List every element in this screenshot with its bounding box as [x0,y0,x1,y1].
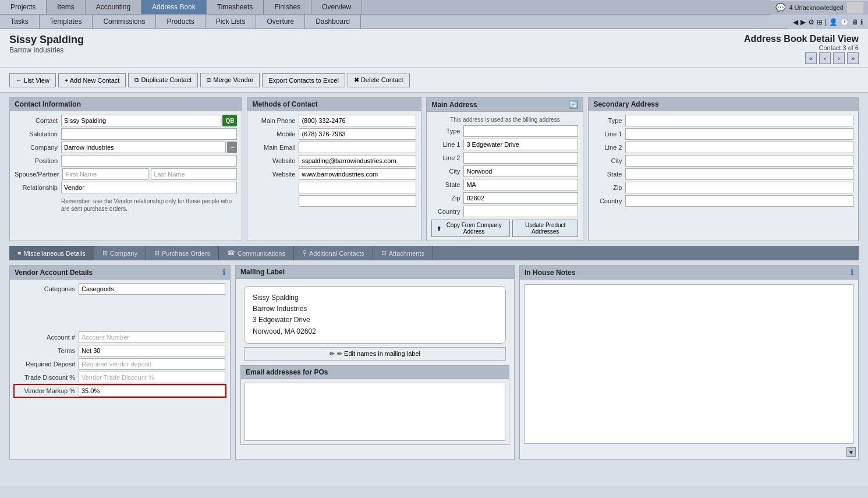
email-po-panel: Email addresses for POs [240,365,509,445]
display-icon[interactable]: 🖥 [851,18,858,26]
sec-zip-input[interactable] [625,182,853,193]
nav-commissions[interactable]: Commissions [93,15,156,29]
vendor-info-icon[interactable]: ℹ [222,268,225,277]
tab-attachments[interactable]: ⊟ Attachments [373,246,433,260]
sec-type-input[interactable] [625,115,853,126]
website-input-2[interactable] [299,168,416,180]
nav-items[interactable]: Items [47,0,85,14]
duplicate-contact-button[interactable]: ⧉ Duplicate Contact [128,73,198,87]
next-arrow[interactable]: ▶ [800,18,806,26]
spouse-last-input[interactable] [151,168,237,180]
notification-count[interactable]: 4 Unacknowledged [789,4,844,11]
update-product-btn[interactable]: Update Product Addresses [512,220,579,237]
tab-misc[interactable]: ≡ Miscellaneous Details [9,246,94,260]
spouse-first-input[interactable] [62,168,148,180]
sec-line1-input[interactable] [625,128,853,140]
method-label-4: Website [252,171,299,178]
tab-purchase-orders[interactable]: ⊞ Purchase Orders [146,246,219,260]
add-contacts-icon: ⚲ [302,249,307,257]
extra-method-2[interactable] [299,195,416,207]
addr-zip-input[interactable] [463,192,578,204]
main-address-body: This address is used as the billing addr… [427,112,583,241]
list-view-button[interactable]: ← List View [9,73,56,87]
nav-templates[interactable]: Templates [40,15,93,29]
settings-icon[interactable]: ⚙ [808,18,814,26]
markup-label: Vendor Markup % [15,387,79,394]
website-input-1[interactable] [299,155,416,167]
main-phone-input[interactable] [299,115,416,126]
grid-icon[interactable]: ⊞ [817,18,823,26]
addr-state-input[interactable] [463,179,578,190]
nav-picklists[interactable]: Pick Lists [206,15,257,29]
relationship-input[interactable] [61,182,237,193]
sec-country-input[interactable] [625,195,853,207]
delete-contact-button[interactable]: ✖ Delete Contact [348,73,410,87]
nav-products[interactable]: Products [156,15,205,29]
refresh-address-icon[interactable]: 🔄 [569,100,578,109]
sec-line1-row: Line 1 [593,128,853,140]
nav-address-book[interactable]: Address Book [141,0,207,14]
tab-additional-contacts[interactable]: ⚲ Additional Contacts [294,246,373,260]
categories-input[interactable] [79,283,225,295]
terms-input[interactable] [79,345,225,356]
nav-projects[interactable]: Projects [0,0,47,14]
discount-input[interactable] [79,372,225,383]
first-contact-btn[interactable]: « [805,52,817,64]
clock-icon[interactable]: 🕐 [840,18,849,26]
nav-accounting[interactable]: Accounting [86,0,141,14]
addr-type-input[interactable] [463,125,578,137]
tab-communications[interactable]: ☎ Communications [219,246,294,260]
addr-country-row: Country [431,206,578,217]
attachments-icon: ⊟ [381,249,387,257]
next-contact-btn[interactable]: › [833,52,845,64]
company-input[interactable] [61,142,226,153]
tab-company[interactable]: ⊞ Company [94,246,146,260]
sec-state-input[interactable] [625,168,853,180]
user-icon[interactable]: 👤 [829,18,838,26]
deposit-input[interactable] [79,358,225,370]
contact-name: Sissy Spalding [9,34,84,46]
sec-line2-input[interactable] [625,142,853,153]
notes-textarea[interactable] [525,284,853,444]
sec-city-input[interactable] [625,155,853,167]
addr-country-input[interactable] [463,206,578,217]
extra-method-1[interactable] [299,182,416,193]
mailing-line-3: Norwood, MA 02602 [253,326,497,337]
addr-city-input[interactable] [463,165,578,177]
sec-line2-label: Line 2 [593,144,625,151]
nav-overture[interactable]: Overture [256,15,305,29]
nav-overview[interactable]: Overview [311,0,362,14]
prev-arrow[interactable]: ◀ [793,18,798,26]
addr-line2-input[interactable] [463,152,578,164]
remove-company-btn[interactable]: − [227,142,237,153]
nav-dashboard[interactable]: Dashboard [305,15,361,29]
inhouse-info-icon[interactable]: ℹ [851,268,853,277]
prev-contact-btn[interactable]: ‹ [819,52,831,64]
scroll-down-btn[interactable]: ▼ [846,447,856,457]
info-panels: Contact Information Contact QB Salutatio… [9,97,859,241]
markup-input[interactable] [79,385,225,397]
merge-vendor-button[interactable]: ⧉ Merge Vendor [200,73,260,87]
account-input[interactable] [79,331,225,343]
nav-timesheets[interactable]: Timesheets [207,0,264,14]
copy-from-company-btn[interactable]: ⬆ Copy From Company Address [431,220,509,237]
contact-input[interactable] [61,115,221,126]
method-label-0: Main Phone [252,117,299,124]
add-contact-button[interactable]: + Add New Contact [58,73,126,87]
main-email-input[interactable] [299,142,416,153]
company-row: Company − [15,142,237,153]
contact-note: Remember: use the Vendor relationship on… [15,195,237,213]
salutation-input[interactable] [61,128,237,140]
export-button[interactable]: Export Contacts to Excel [262,73,345,87]
edit-mailing-btn[interactable]: ✏ ✏ Edit names in mailing label [244,347,506,361]
last-contact-btn[interactable]: » [847,52,859,64]
position-input[interactable] [61,155,237,167]
email-po-box[interactable] [245,383,505,441]
addr-type-label: Type [431,128,463,135]
nav-tasks[interactable]: Tasks [0,15,40,29]
mobile-input[interactable] [299,128,416,140]
nav-finishes[interactable]: Finishes [264,0,311,14]
info-icon[interactable]: ℹ [860,18,863,26]
addr-line1-input[interactable] [463,139,578,150]
markup-row: Vendor Markup % [15,385,225,397]
